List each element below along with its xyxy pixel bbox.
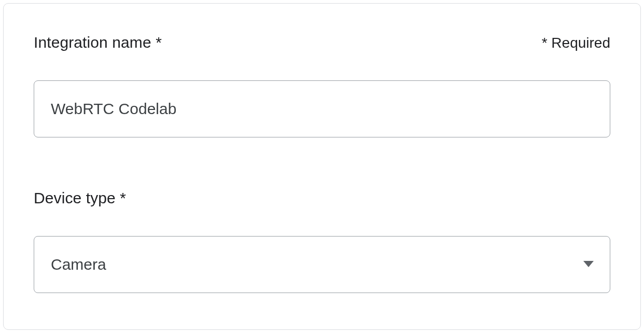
device-type-select[interactable]: Camera: [34, 236, 610, 293]
integration-name-label-row: Integration name * * Required: [34, 34, 610, 51]
device-type-selected-value: Camera: [51, 256, 106, 273]
integration-name-input[interactable]: [34, 80, 610, 137]
form-container: Integration name * * Required Device typ…: [3, 3, 641, 330]
integration-name-label: Integration name *: [34, 34, 162, 51]
device-type-select-wrapper: Camera: [34, 236, 610, 293]
required-hint: * Required: [542, 35, 610, 51]
device-type-label: Device type *: [34, 189, 610, 207]
